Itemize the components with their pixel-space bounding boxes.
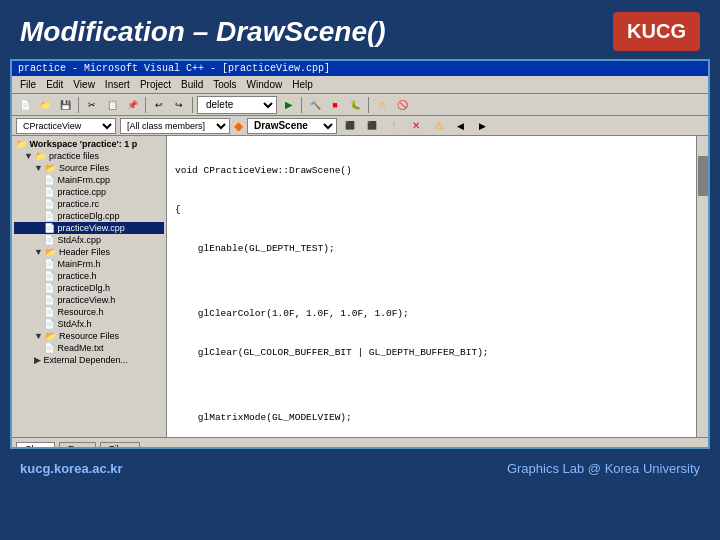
toolbar-undo[interactable]: ↩	[150, 96, 168, 114]
toolbar-build[interactable]: 🔨	[306, 96, 324, 114]
tree-header-files[interactable]: ▼ 📂 Header Files	[14, 246, 164, 258]
tree-practice-cpp[interactable]: 📄 practice.cpp	[14, 186, 164, 198]
footer-right-text: Graphics Lab @ Korea University	[507, 461, 700, 476]
diamond-icon: ◆	[234, 119, 243, 133]
classbar-btn-3[interactable]: !	[385, 117, 403, 135]
toolbar-delete-combo[interactable]: delete	[197, 96, 277, 114]
toolbar-stop[interactable]: ■	[326, 96, 344, 114]
menu-window[interactable]: Window	[243, 78, 287, 91]
tree-stdafx-cpp[interactable]: 📄 StdAfx.cpp	[14, 234, 164, 246]
code-line-1: void CPracticeView::DrawScene()	[171, 164, 692, 177]
tree-readme[interactable]: 📄 ReadMe.txt	[14, 342, 164, 354]
tree-mainfrm-cpp[interactable]: 📄 MainFrm.cpp	[14, 174, 164, 186]
drawscene-select[interactable]: DrawScene	[247, 118, 337, 134]
tree-practiceview-cpp[interactable]: 📄 practiceView.cpp	[14, 222, 164, 234]
ide-menubar: File Edit View Insert Project Build Tool…	[12, 76, 708, 94]
code-line-5: glClearColor(1.0F, 1.0F, 1.0F, 1.0F);	[171, 307, 692, 320]
tree-stdafx-h[interactable]: 📄 StdAfx.h	[14, 318, 164, 330]
code-line-2: {	[171, 203, 692, 216]
classbar-btn-1[interactable]: ⬛	[341, 117, 359, 135]
menu-insert[interactable]: Insert	[101, 78, 134, 91]
ide-toolbar-1: 📄 📁 💾 ✂ 📋 📌 ↩ ↪ delete ▶ 🔨 ■ 🐛 ⚠ 🚫	[12, 94, 708, 116]
class-select[interactable]: CPracticeView	[16, 118, 116, 134]
tree-workspace: 📁 Workspace 'practice': 1 p	[14, 138, 164, 150]
toolbar-new[interactable]: 📄	[16, 96, 34, 114]
ide-classbar: CPracticeView [All class members] ◆ Draw…	[12, 116, 708, 136]
toolbar-error[interactable]: 🚫	[393, 96, 411, 114]
classbar-btn-4[interactable]: ✕	[407, 117, 425, 135]
menu-tools[interactable]: Tools	[209, 78, 240, 91]
tree-resource-files[interactable]: ▼ 📂 Resource Files	[14, 330, 164, 342]
menu-project[interactable]: Project	[136, 78, 175, 91]
tree-practiceview-h[interactable]: 📄 practiceView.h	[14, 294, 164, 306]
ide-body: 📁 Workspace 'practice': 1 p ▼ 📁 practice…	[12, 136, 708, 437]
classbar-btn-6[interactable]: ◀	[451, 117, 469, 135]
tree-external-dep[interactable]: ▶ External Dependen...	[14, 354, 164, 366]
kucg-badge: KUCG	[613, 12, 700, 51]
code-line-6: glClear(GL_COLOR_BUFFER_BIT | GL_DEPTH_B…	[171, 346, 692, 359]
ide-bottom-bar: Cla... Re... File...	[12, 437, 708, 449]
toolbar-sep-3	[192, 97, 193, 113]
tree-resource-h[interactable]: 📄 Resource.h	[14, 306, 164, 318]
ide-sidebar: 📁 Workspace 'practice': 1 p ▼ 📁 practice…	[12, 136, 167, 437]
toolbar-warning[interactable]: ⚠	[373, 96, 391, 114]
toolbar-cut[interactable]: ✂	[83, 96, 101, 114]
bottom-tab-file[interactable]: File...	[100, 442, 140, 450]
ide-scrollbar-thumb[interactable]	[698, 156, 708, 196]
members-select[interactable]: [All class members]	[120, 118, 230, 134]
menu-help[interactable]: Help	[288, 78, 317, 91]
ide-titlebar: practice - Microsoft Visual C++ - [pract…	[12, 61, 708, 76]
toolbar-debug[interactable]: 🐛	[346, 96, 364, 114]
menu-view[interactable]: View	[69, 78, 99, 91]
tree-source-files[interactable]: ▼ 📂 Source Files	[14, 162, 164, 174]
toolbar-sep-1	[78, 97, 79, 113]
tree-practiceDlg-h[interactable]: 📄 practiceDlg.h	[14, 282, 164, 294]
header: Modification – DrawScene() KUCG	[0, 0, 720, 59]
toolbar-copy[interactable]: 📋	[103, 96, 121, 114]
toolbar-run[interactable]: ▶	[279, 96, 297, 114]
footer: kucg.korea.ac.kr Graphics Lab @ Korea Un…	[0, 449, 720, 487]
bottom-tab-res[interactable]: Re...	[59, 442, 96, 450]
classbar-btn-7[interactable]: ▶	[473, 117, 491, 135]
ide-container: practice - Microsoft Visual C++ - [pract…	[10, 59, 710, 449]
ide-code-area[interactable]: void CPracticeView::DrawScene() { glEnab…	[167, 136, 696, 437]
tree-practice-h[interactable]: 📄 practice.h	[14, 270, 164, 282]
classbar-btn-2[interactable]: ⬛	[363, 117, 381, 135]
tree-mainfrm-h[interactable]: 📄 MainFrm.h	[14, 258, 164, 270]
toolbar-sep-4	[301, 97, 302, 113]
ide-scrollbar[interactable]	[696, 136, 708, 437]
toolbar-sep-2	[145, 97, 146, 113]
page-title: Modification – DrawScene()	[20, 16, 386, 48]
footer-url: kucg.korea.ac.kr	[20, 461, 123, 476]
ide-title-text: practice - Microsoft Visual C++ - [pract…	[18, 63, 330, 74]
menu-file[interactable]: File	[16, 78, 40, 91]
toolbar-sep-5	[368, 97, 369, 113]
menu-build[interactable]: Build	[177, 78, 207, 91]
toolbar-save[interactable]: 💾	[56, 96, 74, 114]
tree-practice-rc[interactable]: 📄 practice.rc	[14, 198, 164, 210]
menu-edit[interactable]: Edit	[42, 78, 67, 91]
tree-practiceDlg-cpp[interactable]: 📄 practiceDlg.cpp	[14, 210, 164, 222]
tree-practice-files[interactable]: ▼ 📁 practice files	[14, 150, 164, 162]
bottom-tab-class[interactable]: Cla...	[16, 442, 55, 450]
toolbar-paste[interactable]: 📌	[123, 96, 141, 114]
code-line-3: glEnable(GL_DEPTH_TEST);	[171, 242, 692, 255]
toolbar-open[interactable]: 📁	[36, 96, 54, 114]
classbar-btn-5[interactable]: ⚠	[429, 117, 447, 135]
code-line-8: glMatrixMode(GL_MODELVIEW);	[171, 411, 692, 424]
toolbar-redo[interactable]: ↪	[170, 96, 188, 114]
code-content: void CPracticeView::DrawScene() { glEnab…	[167, 136, 696, 437]
